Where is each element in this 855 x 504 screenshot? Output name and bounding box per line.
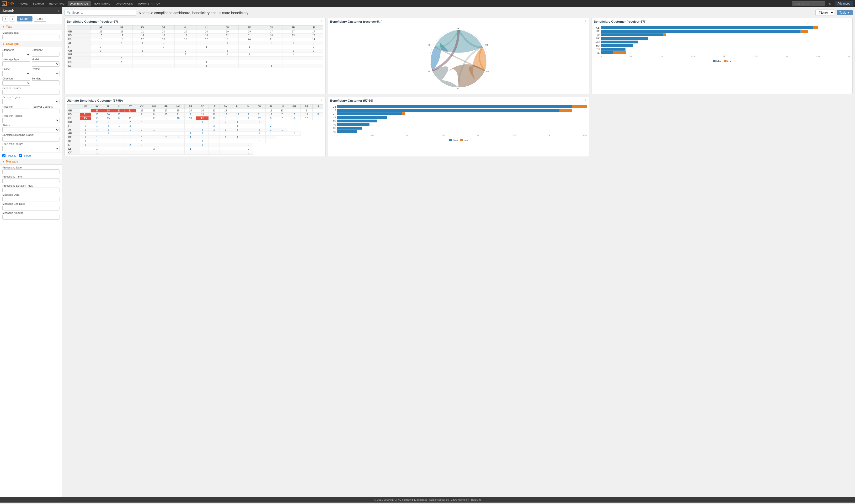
nav-monitoring[interactable]: MONITORING — [91, 1, 113, 6]
table-cell: 2 — [209, 124, 220, 128]
status-select[interactable] — [2, 127, 59, 132]
clear-button[interactable]: Clear — [34, 16, 46, 22]
bc-bar-top-menu[interactable]: ⋮ — [847, 20, 851, 24]
nav-reporting[interactable]: REPORTING — [47, 1, 67, 6]
sender-region-select[interactable] — [2, 99, 59, 104]
table-cell — [197, 49, 216, 53]
table-row: GR112211 — [67, 49, 324, 53]
quick-search-input[interactable] — [792, 1, 825, 6]
axis-label: 1.5K — [440, 134, 445, 137]
sanction-input[interactable] — [2, 137, 59, 142]
proc-date-input[interactable] — [2, 169, 59, 174]
nav-administration[interactable]: ADMINISTRATION — [136, 1, 163, 6]
nav-search[interactable]: SEARCH — [31, 1, 46, 6]
receiver-input[interactable] — [2, 109, 30, 113]
ubc-col-NO: NO — [172, 105, 185, 109]
upload-button[interactable]: ↑ — [2, 16, 8, 21]
fincopy-checkbox[interactable] — [2, 154, 5, 157]
tools-button[interactable]: Tools ▼ — [837, 10, 853, 15]
direction-select[interactable] — [2, 80, 30, 86]
receiver-region-select[interactable] — [2, 118, 59, 123]
msg-date-input[interactable] — [2, 197, 59, 201]
table-cell: 17 — [160, 109, 172, 113]
table-cell: 1 — [209, 120, 220, 124]
envelope-section-header[interactable]: ▼ Envelope — [0, 41, 62, 47]
message-section-header[interactable]: ▼ Message — [0, 159, 62, 165]
bc-receiver-57-table-menu[interactable]: ⋮ — [320, 20, 324, 24]
bar-true — [801, 30, 808, 33]
msg-end-date-input[interactable] — [2, 206, 59, 211]
dashboard-search-input[interactable] — [72, 11, 120, 14]
table-cell: 3 — [232, 116, 243, 120]
receiver-country-input[interactable] — [32, 109, 60, 113]
fileact-label: FileAct — [23, 155, 31, 157]
bc-57-59-bar-menu[interactable]: ⋮ — [584, 99, 587, 103]
axis-label: 4K — [848, 55, 851, 57]
bar-false — [337, 112, 402, 115]
fincopy-checkbox-label[interactable]: FinCopy — [2, 154, 16, 157]
table-cell — [304, 64, 324, 68]
download-button[interactable]: ↓ — [10, 16, 15, 21]
table-cell — [90, 57, 111, 60]
bar-label: GB — [594, 26, 600, 29]
bc-chord-menu[interactable]: ⋮ — [584, 20, 587, 24]
ubc-col-LI: LI — [114, 105, 124, 109]
sanction-label: Sanction Screening Status: — [2, 133, 59, 136]
table-cell — [260, 53, 282, 57]
table-cell: 21 — [196, 116, 209, 120]
message-text-input[interactable] — [2, 35, 59, 39]
table-cell — [111, 64, 132, 68]
table-cell: 3 — [266, 116, 276, 120]
proc-duration-input[interactable] — [2, 187, 59, 192]
none-dropdown[interactable]: (None) — [815, 10, 834, 16]
bar-row: FR — [594, 30, 851, 33]
bar-label: AU — [594, 41, 600, 43]
receiver-country-label: Receiver Country: — [32, 105, 60, 108]
table-cell: 1 — [197, 45, 216, 49]
col-IE: IE — [304, 25, 324, 30]
table-cell: 3 — [124, 124, 136, 128]
table-cell: 10 — [276, 109, 288, 113]
table-cell: 19 — [148, 109, 160, 113]
msg-amount-label: Message Amount: — [2, 212, 59, 214]
msg-amount-input[interactable] — [2, 215, 59, 219]
table-cell: 26 — [90, 30, 111, 34]
bar-label: FR — [594, 30, 600, 33]
lifecycle-select[interactable] — [2, 146, 59, 151]
collapse-icon[interactable]: « — [57, 9, 59, 13]
table-cell: 2 — [185, 132, 196, 136]
model-select[interactable] — [32, 61, 60, 67]
entity-select[interactable] — [2, 71, 30, 76]
message-type-input[interactable] — [2, 61, 30, 66]
table-cell: 17 — [114, 116, 124, 120]
table-cell — [253, 136, 266, 139]
sender-input[interactable] — [32, 80, 60, 85]
table-cell — [220, 139, 232, 143]
search-button[interactable]: Search — [17, 16, 33, 21]
ubc-table-menu[interactable]: ⋮ — [320, 99, 324, 103]
table-cell: 19 — [216, 30, 238, 34]
table-cell: 12 — [313, 113, 324, 116]
advanced-button[interactable]: Advanced — [835, 1, 853, 6]
fileact-checkbox[interactable] — [19, 154, 22, 157]
messages-icon[interactable]: ✉ — [827, 1, 833, 6]
nav-dashboards[interactable]: DASHBOARDS — [68, 1, 91, 6]
nav-home[interactable]: HOME — [17, 1, 30, 6]
system-select[interactable] — [32, 71, 60, 76]
standard-select[interactable] — [2, 52, 30, 57]
ubc-col-CH: CH — [253, 105, 266, 109]
table-cell — [153, 53, 174, 57]
proc-time-input[interactable] — [2, 179, 59, 183]
text-section-header[interactable]: ▼ Text — [0, 24, 62, 30]
fileact-checkbox-label[interactable]: FileAct — [19, 154, 31, 157]
bar-track — [601, 30, 851, 33]
table-cell: 2 — [260, 41, 282, 45]
axis-label: 500 — [370, 134, 374, 137]
category-input[interactable] — [32, 52, 60, 57]
table-cell — [103, 147, 114, 151]
table-cell: 20 — [197, 30, 216, 34]
table-cell: 11 — [266, 109, 276, 113]
message-text-label: Message Text: — [2, 31, 59, 34]
sender-country-input[interactable] — [2, 90, 59, 95]
nav-operations[interactable]: OPERATIONS — [114, 1, 135, 6]
